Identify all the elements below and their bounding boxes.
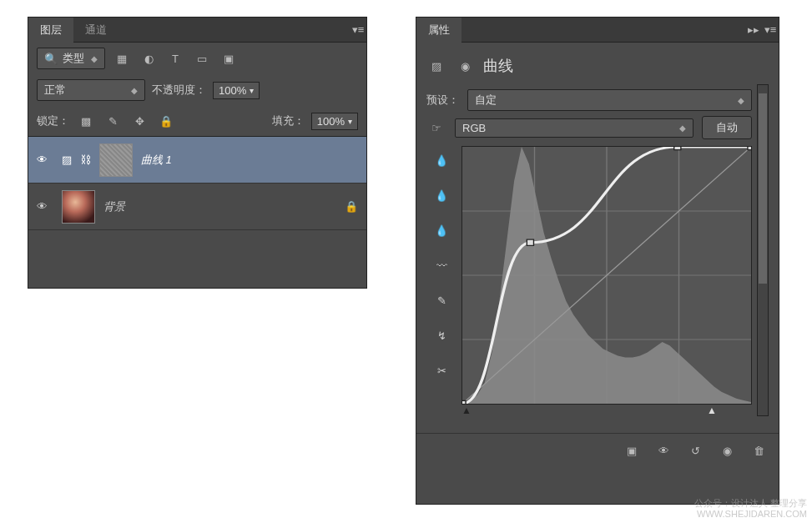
layer-list: 👁 ▨ ⛓ 曲线 1 👁 背景 🔒 xyxy=(28,136,366,230)
props-panel-tabs: 属性 ▸▸ ▾≡ xyxy=(416,18,779,43)
svg-rect-11 xyxy=(748,147,751,150)
clip-to-layer-icon[interactable]: ▣ xyxy=(623,442,640,459)
filter-adjust-icon[interactable]: ◐ xyxy=(139,48,159,68)
input-sliders[interactable]: ▲ ▲ xyxy=(426,405,752,416)
tab-properties[interactable]: 属性 xyxy=(416,18,461,43)
layer-row-background[interactable]: 👁 背景 🔒 xyxy=(28,184,366,230)
layers-panel: 图层 通道 ▾≡ 🔍 类型 ◆ ▦ ◐ T ▭ ▣ 正常 ◆ 不透明度： 100… xyxy=(28,17,367,289)
mask-icon[interactable]: ◉ xyxy=(455,56,475,76)
curve-area: 💧 💧 💧 〰 ✎ ↯ ✂ xyxy=(426,146,752,405)
props-title-row: ▨ ◉ 曲线 xyxy=(426,51,769,84)
svg-rect-9 xyxy=(527,239,533,245)
layer-row-curves[interactable]: 👁 ▨ ⛓ 曲线 1 xyxy=(28,137,366,184)
props-title: 曲线 xyxy=(483,56,513,76)
channel-row: ☞ RGB ◆ 自动 xyxy=(426,116,752,139)
curve-clip-icon[interactable]: ✂ xyxy=(431,360,452,381)
layer-name: 曲线 1 xyxy=(141,153,358,168)
link-icon: ⛓ xyxy=(80,153,91,166)
curve-tools: 💧 💧 💧 〰 ✎ ↯ ✂ xyxy=(426,146,456,405)
collapse-icon[interactable]: ▸▸ xyxy=(745,22,762,38)
blend-mode-dropdown[interactable]: 正常 ◆ xyxy=(37,79,145,101)
toggle-visibility-icon[interactable]: ◉ xyxy=(719,442,735,459)
filter-type-icon[interactable]: T xyxy=(165,48,185,68)
preset-value: 自定 xyxy=(475,93,497,108)
visibility-icon[interactable]: 👁 xyxy=(37,153,53,166)
search-icon: 🔍 xyxy=(44,53,58,65)
black-point-slider[interactable]: ▲ xyxy=(461,405,472,416)
trash-icon[interactable]: 🗑 xyxy=(750,442,767,459)
scrollbar[interactable] xyxy=(757,84,769,416)
props-body: ▨ ◉ 曲线 预设： 自定 ◆ ☞ RGB ◆ xyxy=(416,43,779,425)
lock-paint-icon[interactable]: ✎ xyxy=(103,111,123,131)
layer-mask-thumb[interactable] xyxy=(99,143,133,177)
props-footer: ▣ 👁 ↺ ◉ 🗑 xyxy=(416,433,779,467)
filter-type-dropdown[interactable]: 🔍 类型 ◆ xyxy=(37,48,105,69)
curves-adjust-icon: ▨ xyxy=(62,153,72,166)
svg-rect-10 xyxy=(674,147,681,150)
properties-panel: 属性 ▸▸ ▾≡ ▨ ◉ 曲线 预设： 自定 ◆ ☞ xyxy=(416,17,779,505)
preset-dropdown[interactable]: 自定 ◆ xyxy=(467,89,752,111)
fill-value: 100% xyxy=(317,115,345,128)
tab-layers[interactable]: 图层 xyxy=(28,18,73,43)
curves-icon: ▨ xyxy=(426,56,446,76)
watermark: 公众号：设计达人 整理分享 WWW.SHEJIDAREN.COM xyxy=(694,498,807,520)
lock-position-icon[interactable]: ✥ xyxy=(129,111,149,131)
filter-type-label: 类型 xyxy=(63,51,84,66)
layer-name: 背景 xyxy=(103,199,336,214)
opacity-value: 100% xyxy=(219,84,246,97)
lock-transparency-icon[interactable]: ▩ xyxy=(76,111,96,131)
auto-button[interactable]: 自动 xyxy=(702,116,752,139)
curve-pencil-icon[interactable]: ✎ xyxy=(431,289,452,311)
visibility-icon[interactable]: 👁 xyxy=(37,200,53,213)
preset-label: 预设： xyxy=(426,93,459,108)
blend-mode-value: 正常 xyxy=(44,83,66,98)
reset-icon[interactable]: ↺ xyxy=(687,442,704,459)
filter-smart-icon[interactable]: ▣ xyxy=(219,48,239,68)
eyedropper-white-icon[interactable]: 💧 xyxy=(431,219,452,241)
blend-row: 正常 ◆ 不透明度： 100%▾ xyxy=(28,74,366,106)
layer-filter-row: 🔍 类型 ◆ ▦ ◐ T ▭ ▣ xyxy=(28,43,366,74)
panel-menu-icon[interactable]: ▾≡ xyxy=(762,22,779,38)
curve-graph[interactable] xyxy=(461,146,752,405)
fill-input[interactable]: 100%▾ xyxy=(311,113,358,130)
lock-label: 锁定： xyxy=(37,113,69,128)
preset-row: 预设： 自定 ◆ xyxy=(426,89,752,111)
panel-menu-icon[interactable]: ▾≡ xyxy=(350,22,366,38)
eyedropper-gray-icon[interactable]: 💧 xyxy=(431,184,452,206)
lock-row: 锁定： ▩ ✎ ✥ 🔒 填充： 100%▾ xyxy=(28,106,366,136)
svg-rect-8 xyxy=(462,400,466,404)
layers-panel-tabs: 图层 通道 ▾≡ xyxy=(28,18,366,43)
eyedropper-black-icon[interactable]: 💧 xyxy=(431,149,452,171)
lock-icon: 🔒 xyxy=(345,200,358,213)
white-point-slider[interactable]: ▲ xyxy=(707,405,717,416)
curve-smooth-icon[interactable]: ↯ xyxy=(431,324,452,346)
fill-label: 填充： xyxy=(272,113,305,128)
opacity-input[interactable]: 100%▾ xyxy=(213,82,260,99)
channel-value: RGB xyxy=(462,122,486,134)
filter-shape-icon[interactable]: ▭ xyxy=(192,48,212,68)
tab-channels[interactable]: 通道 xyxy=(73,18,119,43)
lock-all-icon[interactable]: 🔒 xyxy=(156,111,176,131)
channel-dropdown[interactable]: RGB ◆ xyxy=(455,118,693,138)
view-previous-icon[interactable]: 👁 xyxy=(655,442,672,459)
curve-point-icon[interactable]: 〰 xyxy=(431,254,452,276)
filter-pixel-icon[interactable]: ▦ xyxy=(112,48,132,68)
hand-tool-icon[interactable]: ☞ xyxy=(426,118,446,138)
layer-thumb[interactable] xyxy=(62,190,95,224)
opacity-label: 不透明度： xyxy=(152,83,206,98)
